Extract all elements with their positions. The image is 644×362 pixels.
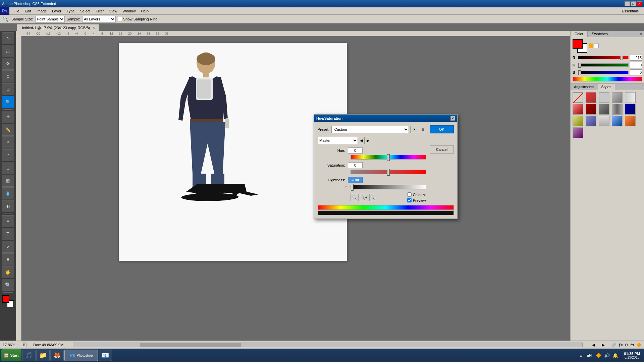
clock[interactable]: 01:35 PM 6/13/2013: [624, 352, 640, 359]
quick-select-tool[interactable]: ⊙: [2, 70, 14, 82]
colorize-checkbox-label[interactable]: Colorize: [407, 192, 426, 197]
g-track[interactable]: [578, 63, 629, 67]
eyedropper-set-btn[interactable]: 🔍: [351, 194, 359, 201]
history-tool[interactable]: ↺: [2, 149, 14, 161]
channel-prev-btn[interactable]: ◀: [358, 137, 365, 144]
hand-tool[interactable]: ✋: [2, 266, 14, 278]
essentials-button[interactable]: Essentials: [619, 8, 641, 14]
style-3[interactable]: [612, 92, 623, 103]
crop-tool[interactable]: ⊡: [2, 83, 14, 95]
sound-icon[interactable]: 🔊: [604, 353, 610, 358]
sample-select[interactable]: All Layers: [82, 16, 116, 22]
clone-tool[interactable]: ⎘: [2, 136, 14, 148]
preset-options-btn[interactable]: ▼: [410, 126, 418, 133]
sample-size-select[interactable]: Point Sample: [35, 16, 65, 22]
style-7[interactable]: [599, 104, 609, 115]
eyedropper-add-btn[interactable]: 🔍+: [360, 194, 368, 201]
h-scrollbar-bottom[interactable]: [73, 343, 583, 347]
preset-select[interactable]: Custom Default: [331, 126, 409, 133]
lightness-input[interactable]: [348, 177, 363, 183]
style-10[interactable]: [573, 116, 583, 126]
style-11[interactable]: [586, 116, 596, 126]
menu-help[interactable]: Help: [138, 8, 151, 14]
hue-input[interactable]: [348, 147, 363, 154]
pen-tool[interactable]: ✒: [2, 215, 14, 227]
hue-track[interactable]: [351, 155, 426, 160]
hue-thumb[interactable]: [387, 154, 390, 161]
path-tool[interactable]: ⊳: [2, 241, 14, 253]
tab-adjustments[interactable]: Adjustments: [571, 84, 598, 90]
menu-edit[interactable]: Edit: [22, 8, 34, 14]
menu-image[interactable]: Image: [34, 8, 50, 14]
dialog-close-button[interactable]: ✕: [450, 116, 455, 121]
r-value[interactable]: [630, 55, 642, 61]
style-6[interactable]: [586, 104, 596, 115]
gradient-tool[interactable]: ▦: [2, 175, 14, 187]
lightness-track[interactable]: [351, 185, 426, 189]
style-2[interactable]: [599, 92, 609, 103]
eraser-tool[interactable]: ◻: [2, 162, 14, 174]
style-12[interactable]: [599, 116, 609, 126]
selection-tool[interactable]: ⬚: [2, 45, 14, 57]
notification-icon[interactable]: 🔔: [612, 353, 618, 358]
menu-window[interactable]: Window: [120, 8, 138, 14]
taskbar-app-photoshop[interactable]: Ps Photoshop: [64, 350, 98, 361]
style-1[interactable]: [586, 92, 596, 103]
color-swatch[interactable]: [2, 295, 14, 307]
move-tool[interactable]: ↖: [2, 32, 14, 44]
style-9[interactable]: [625, 104, 636, 115]
healing-tool[interactable]: ✚: [2, 111, 14, 123]
lightness-thumb[interactable]: [351, 184, 354, 191]
shape-tool[interactable]: ■: [2, 253, 14, 265]
g-value[interactable]: [630, 62, 642, 68]
style-8[interactable]: [612, 104, 623, 115]
tab-close-icon[interactable]: ✕: [93, 26, 95, 29]
dodge-tool[interactable]: ◐: [2, 200, 14, 212]
saturation-thumb[interactable]: [387, 169, 390, 176]
input-method[interactable]: EN: [585, 353, 593, 358]
menu-type[interactable]: Type: [64, 8, 77, 14]
style-none[interactable]: [573, 92, 583, 103]
taskbar-app-2[interactable]: 🦊: [50, 350, 64, 361]
menu-layer[interactable]: Layer: [49, 8, 64, 14]
ok-button[interactable]: OK: [430, 125, 454, 133]
preview-checkbox-label[interactable]: Preview: [407, 198, 426, 202]
style-4[interactable]: [625, 92, 636, 103]
menu-filter[interactable]: Filter: [93, 8, 106, 14]
tab-swatches[interactable]: Swatches: [588, 31, 612, 37]
tab-styles[interactable]: Styles: [598, 84, 615, 90]
foreground-color-swatch[interactable]: [2, 295, 9, 303]
cancel-button[interactable]: Cancel: [430, 145, 454, 154]
channel-select[interactable]: Master Reds Yellows Greens Cyans Blues M…: [318, 137, 358, 144]
menu-file[interactable]: File: [11, 8, 22, 14]
document-tab[interactable]: Untitled-1 @ 17.9% (234123 copy, RGB/8) …: [17, 24, 99, 31]
panel-options-btn[interactable]: ≡: [638, 31, 644, 37]
color-spectrum-bar[interactable]: [573, 77, 642, 81]
b-value[interactable]: [630, 69, 642, 75]
dialog-title-bar[interactable]: Hue/Saturation ✕: [314, 115, 457, 122]
maximize-button[interactable]: □: [631, 1, 636, 6]
show-sampling-ring-label[interactable]: Show Sampling Ring: [118, 17, 157, 21]
lasso-tool[interactable]: ⟳: [2, 58, 14, 70]
eyedropper-sub-btn[interactable]: 🔍-: [369, 194, 377, 201]
b-track[interactable]: [578, 71, 629, 74]
taskbar-app-1[interactable]: 📁: [36, 350, 50, 361]
style-5[interactable]: [573, 104, 583, 115]
style-13[interactable]: [612, 116, 623, 126]
minimize-button[interactable]: –: [625, 1, 630, 6]
colorize-checkbox[interactable]: [407, 192, 412, 197]
style-15[interactable]: [573, 127, 583, 138]
saturation-track[interactable]: [351, 170, 426, 174]
canvas-paper[interactable]: [119, 43, 347, 261]
menu-view[interactable]: View: [107, 8, 120, 14]
show-sampling-ring-checkbox[interactable]: [118, 17, 122, 21]
fg-swatch-large[interactable]: [573, 39, 583, 49]
r-track[interactable]: [578, 56, 629, 59]
menu-select[interactable]: Select: [77, 8, 93, 14]
nav-prev[interactable]: ◀: [592, 343, 595, 347]
taskbar-app-3[interactable]: 📧: [99, 350, 112, 361]
zoom-tool[interactable]: 🔍: [2, 279, 14, 291]
style-14[interactable]: [625, 116, 636, 126]
show-hidden-icons[interactable]: ▲: [579, 354, 583, 357]
close-button[interactable]: ✕: [637, 1, 642, 6]
